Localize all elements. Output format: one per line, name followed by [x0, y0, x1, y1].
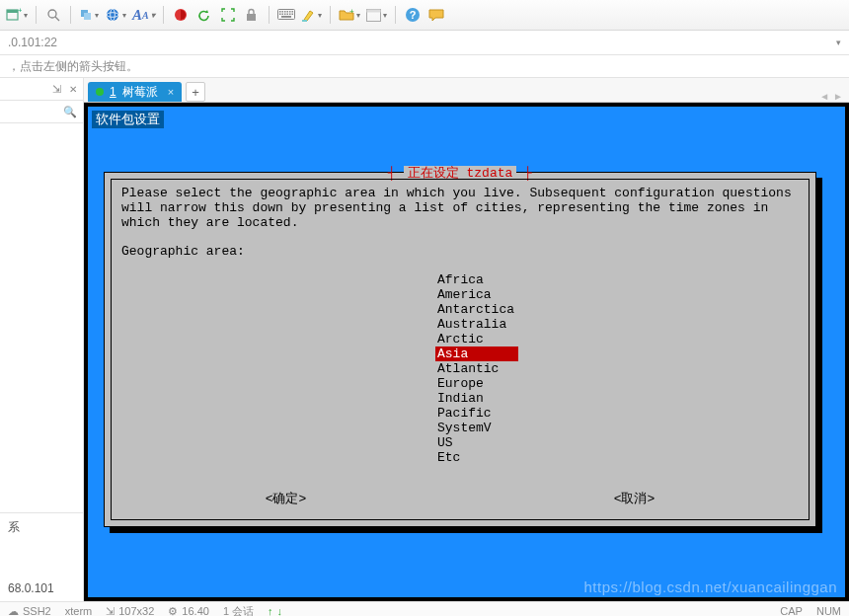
fullscreen-icon[interactable]	[219, 6, 237, 24]
geo-option-africa[interactable]: Africa	[435, 272, 799, 287]
address-text: .0.101:22	[8, 36, 57, 49]
svg-text:?: ?	[409, 9, 416, 21]
highlighter-icon[interactable]: ▾	[301, 6, 322, 24]
geo-option-systemv[interactable]: SystemV	[435, 421, 799, 435]
side-ip-label: 68.0.101	[8, 581, 54, 595]
svg-rect-15	[284, 11, 286, 13]
geo-option-pacific[interactable]: Pacific	[435, 406, 799, 421]
svg-rect-21	[284, 14, 286, 16]
svg-rect-29	[366, 9, 380, 12]
side-panel: ⇲ ✕ 🔍 系 68.0.101	[0, 78, 84, 601]
ok-button[interactable]: <确定>	[112, 490, 460, 507]
new-session-icon[interactable]: + ▾	[6, 6, 28, 24]
status-size: ⇲ 107x32	[106, 605, 154, 617]
svg-point-7	[107, 9, 118, 21]
svg-rect-25	[281, 16, 291, 18]
search-icon[interactable]	[44, 6, 62, 24]
svg-rect-16	[286, 11, 288, 13]
terminal-bg: 软件包设置 ┤ 正在设定 tzdata ├ Please select the …	[88, 107, 845, 597]
content-area: 1 树莓派 × + ◄ ► 软件包设置 ┤ 正在设定 tzdata ├ Plea…	[84, 78, 849, 601]
search-icon: 🔍	[63, 106, 77, 118]
geo-option-atlantic[interactable]: Atlantic	[435, 361, 799, 376]
status-caps: CAP	[780, 605, 803, 616]
refresh-icon[interactable]	[195, 6, 213, 24]
record-icon[interactable]	[172, 6, 190, 24]
copy-icon[interactable]: ▾	[79, 6, 99, 24]
dialog-instruction: Please select the geographic area in whi…	[121, 186, 799, 230]
plus-icon: +	[192, 85, 199, 100]
geo-option-europe[interactable]: Europe	[435, 376, 799, 391]
help-icon[interactable]: ?	[404, 6, 422, 24]
svg-rect-24	[291, 14, 293, 16]
tab-next-icon[interactable]: ►	[833, 91, 843, 102]
address-dropdown-icon[interactable]: ▾	[836, 38, 841, 47]
svg-rect-22	[286, 14, 288, 16]
svg-text:+: +	[349, 8, 354, 16]
status-net: ↑ ↓	[268, 605, 282, 616]
main-split: ⇲ ✕ 🔍 系 68.0.101 1 树莓派 × +	[0, 78, 849, 601]
svg-rect-17	[289, 11, 291, 13]
svg-rect-19	[279, 14, 281, 16]
address-bar[interactable]: .0.101:22 ▾	[0, 31, 849, 55]
tab-prev-icon[interactable]: ◄	[819, 91, 829, 102]
svg-rect-23	[289, 14, 291, 16]
svg-rect-6	[84, 13, 91, 20]
svg-line-4	[55, 17, 59, 21]
lock-icon[interactable]	[243, 6, 261, 24]
cancel-button[interactable]: <取消>	[460, 490, 809, 507]
status-bar: ☁ SSH2 xterm ⇲ 107x32 ⚙ 16.40 1 会话 ↑ ↓ C…	[0, 601, 849, 616]
close-icon[interactable]: ✕	[69, 84, 77, 95]
svg-rect-20	[281, 14, 283, 16]
tab-close-icon[interactable]: ×	[168, 86, 174, 98]
geo-option-indian[interactable]: Indian	[435, 391, 799, 406]
status-num: NUM	[816, 605, 841, 616]
window-icon[interactable]: ▾	[366, 6, 387, 24]
geo-option-arctic[interactable]: Arctic	[435, 332, 799, 346]
geo-option-asia[interactable]: Asia	[435, 346, 799, 361]
svg-rect-11	[247, 14, 256, 21]
add-tab-button[interactable]: +	[186, 82, 205, 102]
geographic-area-list[interactable]: AfricaAmericaAntarcticaAustraliaArcticAs…	[121, 272, 799, 465]
side-search[interactable]: 🔍	[0, 101, 83, 123]
connection-dot-icon	[96, 88, 104, 96]
tab-title: 树莓派	[122, 84, 158, 101]
svg-text:+: +	[18, 7, 22, 15]
hint-bar: ，点击左侧的箭头按钮。	[0, 55, 849, 78]
tab-index: 1	[110, 85, 116, 99]
folder-icon[interactable]: + ▾	[339, 6, 360, 24]
watermark: https://blog.csdn.net/xuancailinggan	[584, 578, 838, 595]
geo-option-america[interactable]: America	[435, 287, 799, 302]
svg-rect-18	[291, 11, 293, 13]
status-session: 1 会话	[223, 604, 254, 617]
geo-option-us[interactable]: US	[435, 435, 799, 450]
geo-option-antarctica[interactable]: Antarctica	[435, 302, 799, 317]
side-sessions-label: 系	[8, 520, 20, 534]
tzdata-dialog: ┤ 正在设定 tzdata ├ Please select the geogra…	[104, 172, 816, 527]
svg-rect-26	[302, 20, 307, 22]
package-title: 软件包设置	[92, 111, 164, 128]
globe-icon[interactable]: ▾	[105, 6, 126, 24]
side-sessions-item[interactable]: 系	[0, 513, 83, 542]
status-term: xterm	[65, 605, 93, 616]
hint-text: ，点击左侧的箭头按钮。	[8, 58, 138, 75]
font-icon[interactable]: AA▾	[132, 6, 155, 24]
side-panel-header: ⇲ ✕	[0, 78, 83, 101]
status-proto: ☁ SSH2	[8, 605, 51, 617]
svg-point-3	[48, 10, 56, 18]
terminal[interactable]: 软件包设置 ┤ 正在设定 tzdata ├ Please select the …	[84, 103, 849, 601]
geo-option-etc[interactable]: Etc	[435, 450, 799, 465]
keyboard-icon[interactable]	[277, 6, 295, 24]
pin-icon[interactable]: ⇲	[52, 83, 61, 96]
dialog-field-label: Geographic area:	[121, 244, 799, 259]
dialog-buttons: <确定> <取消>	[112, 490, 809, 507]
svg-rect-14	[281, 11, 283, 13]
svg-rect-13	[279, 11, 281, 13]
svg-rect-1	[7, 10, 18, 13]
tab-active[interactable]: 1 树莓派 ×	[88, 82, 182, 102]
status-fx: ⚙ 16.40	[168, 605, 209, 617]
geo-option-australia[interactable]: Australia	[435, 317, 799, 332]
tab-strip: 1 树莓派 × + ◄ ►	[84, 78, 849, 103]
chat-icon[interactable]	[427, 6, 445, 24]
side-ip-item[interactable]: 68.0.101	[0, 576, 83, 601]
tab-nav: ◄ ►	[819, 91, 849, 102]
